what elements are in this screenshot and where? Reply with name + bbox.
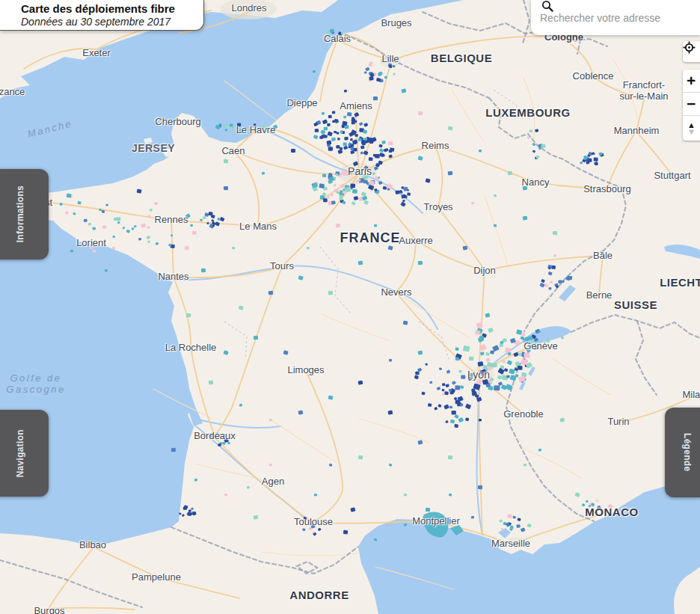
tab-informations-label: Informations [15,185,25,242]
address-search[interactable] [531,0,700,35]
map-title-panel: Carte des déploiements fibre Données au … [0,0,204,31]
page-title: Carte des déploiements fibre [21,2,203,16]
search-input[interactable] [538,11,700,25]
tab-legende-label: Légende [682,433,693,471]
target-icon [683,41,696,54]
tab-informations[interactable]: Informations [0,169,49,260]
zoom-in-button[interactable]: + [683,70,700,93]
search-icon [541,0,553,12]
zoom-stepper[interactable]: ▲ ▼ [683,116,700,141]
zoom-control: + − ▲ ▼ [683,70,700,141]
tab-navigation[interactable]: Navigation [0,410,49,497]
geolocate-button[interactable] [683,41,700,62]
tab-navigation-label: Navigation [15,429,25,477]
map-viewport[interactable]: LondresExeterzanceBrugesCalaisLilleBELGI… [0,0,700,614]
tab-legende[interactable]: Légende [665,408,700,497]
stepper-down-icon[interactable]: ▼ [687,129,696,135]
zoom-out-button[interactable]: − [683,93,700,116]
base-map [0,0,700,614]
page-subtitle: Données au 30 septembre 2017 [21,16,203,28]
